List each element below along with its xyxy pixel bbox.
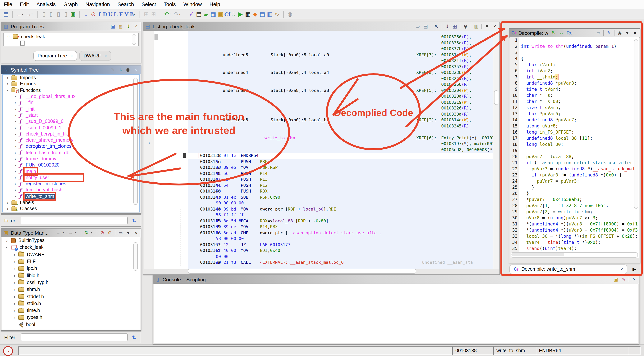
menu-tools[interactable]: Tools [160, 1, 180, 7]
listing-line[interactable]: undefined4Stack[-0xa8]:4 local_a8XREF[5]… [154, 87, 492, 93]
close-icon[interactable]: × [134, 230, 138, 236]
save-tree-icon[interactable]: ⇓ [126, 23, 131, 29]
listing-line[interactable]: 90 00 00 00 [154, 200, 492, 206]
decompiler-tab[interactable]: Cf Decompile: write_to_shm × [510, 264, 627, 274]
menu-select[interactable]: Select [138, 1, 160, 7]
listing-line[interactable]: 00103219(W), [154, 99, 492, 105]
validate-icon[interactable]: ✓ [188, 10, 195, 18]
expander-icon[interactable]: › [14, 188, 17, 192]
listing-line[interactable]: undefined8Stack[-0xa0]:8 local_a0XREF[3]… [154, 52, 492, 58]
decompiler-line-7[interactable]: 7 int __shmid; [510, 74, 639, 80]
expander-icon[interactable]: › [13, 273, 16, 278]
memory-out-icon[interactable]: ▯ [62, 10, 70, 18]
decompiler-line-32[interactable]: 32 *(undefined4 *)(uVar8 + 0x7fff8004) =… [510, 227, 639, 233]
menu-navigation[interactable]: Navigation [82, 1, 114, 7]
decompiler-line-22[interactable]: 22 puVar3 = (undefined8 *)__asan_stack_m… [510, 166, 639, 172]
symbol-table-icon[interactable]: ▤ [259, 10, 266, 18]
decompiler-line-15[interactable]: 15 ulong uVar8; [510, 123, 639, 129]
redo-icon[interactable]: ↷ [172, 10, 180, 18]
decompiler-line-3[interactable]: 3 [510, 49, 639, 55]
expander-icon[interactable]: › [14, 169, 17, 174]
expander-icon[interactable]: › [6, 200, 10, 205]
dtm-item-bool[interactable]: bool [2, 321, 140, 328]
listing-line[interactable]: undefined8Stack[-0xb0]:8 local_b0XREF[2]… [154, 117, 492, 123]
expander-icon[interactable]: › [13, 294, 16, 299]
tab-dwarf[interactable]: DWARF× [79, 51, 111, 61]
listing-line[interactable]: 00103353(R) [154, 64, 492, 70]
expander-icon[interactable]: › [6, 206, 10, 211]
memory-map-icon[interactable]: ▣ [70, 10, 77, 18]
expander-icon[interactable]: › [14, 181, 17, 186]
save-icon[interactable]: ▤ [2, 10, 10, 18]
symbol-tree-item-Functions[interactable]: ›Functions [3, 87, 139, 93]
listing-line-00103159[interactable]: 0010315949 89 deMOVR14,RBX [154, 224, 492, 230]
forward-icon[interactable]: → [68, 230, 73, 236]
listing-line[interactable]: 0010338a(R) [154, 111, 492, 117]
decompiler-icon[interactable]: Cf [224, 10, 230, 18]
close-icon[interactable]: × [134, 67, 138, 73]
listing-hscrollbar[interactable] [188, 269, 416, 274]
dtm-item-ipc.h[interactable]: ›ipc.h [2, 265, 140, 272]
snapshot-camera-icon[interactable]: ◉ [126, 67, 131, 73]
symbol-tree-item-Exports[interactable]: ›Exports [3, 81, 139, 87]
expander-icon[interactable]: › [5, 238, 9, 243]
decompiler-line-31[interactable]: 31 *(undefined4 *)(uVar8 + 0x7fff8000) =… [510, 221, 639, 227]
expander-icon[interactable]: › [14, 163, 17, 168]
symbol-tree-item-write_to_shm[interactable]: ›ƒwrite_to_shm [3, 193, 139, 199]
menu-help[interactable]: Help [206, 1, 224, 7]
tab-close-icon[interactable]: × [104, 54, 107, 58]
listing-line[interactable]: undefined4Stack[-0xa4]:4 local_a4XREF[3]… [154, 70, 492, 76]
expander-icon[interactable]: › [13, 259, 16, 264]
tab-program-tree[interactable]: Program Tree× [33, 51, 77, 61]
decompiler-titlebar[interactable]: Cf Decompile: wri... ↻∴Ro ▱✎◉▼× [509, 29, 640, 37]
expander-icon[interactable]: › [14, 107, 17, 111]
listing-line-0010313d[interactable]: 0010313d48 89 e5MOVRBP,RSP [154, 165, 492, 171]
listing-line[interactable]: 00103197(*), main:00103 [154, 141, 492, 147]
decompiler-line-23[interactable]: 23 if (puVar3 != (undefined8 *)0x0) { [510, 172, 639, 178]
back-icon[interactable]: ← [56, 230, 60, 236]
listing-line[interactable]: 00103345(R) [154, 123, 492, 129]
listing-line[interactable] [154, 129, 492, 135]
decompiler-line-10[interactable]: 10 char *__s; [510, 92, 639, 98]
menu-caret-icon[interactable]: ▼ [625, 30, 630, 36]
undo-icon-dropdown[interactable]: ▾ [170, 12, 172, 15]
datatype-manager-icon[interactable]: ▣ [217, 10, 224, 18]
decompiler-line-21[interactable]: 21 if (__asan_option_detect_stack_use_af… [510, 160, 639, 166]
expander-icon[interactable]: › [13, 315, 16, 320]
decompiler-line-35[interactable]: 35 srand((uint)tVar4); [510, 245, 639, 251]
dtm-item-stdio.h[interactable]: ›stdio.h [2, 300, 140, 307]
expander-icon[interactable]: › [13, 266, 16, 271]
bookmark-icon[interactable]: ◆ [252, 10, 259, 18]
decompiler-line-30[interactable]: 30 uVar8 = (ulong)puVar7 >> 3; [510, 215, 639, 221]
decompiler-line-6[interactable]: 6 int iVar2; [510, 68, 639, 74]
decompiler-hscrollbar[interactable] [510, 252, 638, 258]
clear-code-icon[interactable]: ⊘ [90, 10, 97, 18]
memory-up-icon[interactable]: ▯ [48, 10, 55, 18]
symbol-tree-item-_init[interactable]: ›ƒ_init [3, 106, 139, 112]
ghidra-logo-icon[interactable]: ◔ [3, 346, 13, 356]
expander-icon[interactable]: › [14, 175, 17, 180]
expander-icon[interactable]: › [14, 144, 17, 149]
expander-icon[interactable]: › [13, 252, 16, 257]
decompiler-line-24[interactable]: 24 puVar7 = puVar3; [510, 178, 639, 184]
snapshot-camera-icon[interactable]: ◉ [617, 30, 622, 36]
symbol-tree-item-frame_dummy[interactable]: ›ƒframe_dummy [3, 156, 139, 162]
copy-icon[interactable]: ▱ [596, 30, 601, 36]
listing-line[interactable]: 00103241(R), [154, 76, 492, 82]
dtm-item-DWARF[interactable]: ›DWARF [2, 251, 140, 258]
listing-line[interactable]: 0010321f(R), [154, 58, 492, 64]
symbol-tree-item-FUN_00102020[interactable]: ›ƒFUN_00102020 [3, 162, 139, 168]
out-refs-icon[interactable]: ⊞ [150, 10, 157, 18]
forward-icon-dropdown[interactable]: ▾ [75, 231, 78, 234]
function-f-icon[interactable]: F [118, 10, 124, 18]
decompiler-line-33[interactable]: 33 local_30 = *(long *)(in_FS_OFFSET + 0… [510, 233, 639, 239]
expander-icon[interactable]: › [13, 287, 16, 292]
listing-line-00103142[interactable]: 0010314241 55PUSHR13 [154, 177, 492, 182]
edit-icon[interactable]: ✎ [606, 30, 612, 36]
refresh-icon[interactable]: ↻ [551, 30, 556, 36]
decompiler-code[interactable]: 12int write_to_shm(undefined8 param_1)34… [510, 37, 639, 258]
symbol-tree-filter-input[interactable] [20, 217, 128, 224]
listing-line[interactable]: 00103226(R), [154, 105, 492, 111]
dtm-item-shm.h[interactable]: ›shm.h [2, 286, 140, 293]
symbol-tree-item-main[interactable]: ›ƒmain [3, 168, 139, 175]
